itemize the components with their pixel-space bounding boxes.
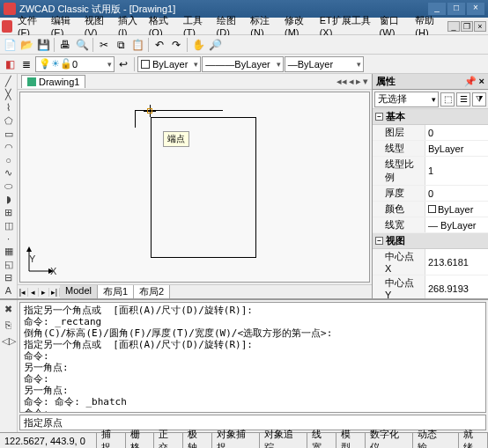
- status-toggle[interactable]: 正交: [154, 433, 183, 448]
- close-button[interactable]: ×: [467, 3, 484, 15]
- layer-toolbar: ◧ ≣ 💡☀🔓 0 ↩ ByLayer ——— ByLayer — ByLaye…: [0, 55, 488, 74]
- layout-tabs: |◂ ◂ ▸ ▸| Model布局1布局2: [18, 284, 372, 298]
- layout-next[interactable]: ▸: [39, 288, 49, 297]
- layer-combo[interactable]: 💡☀🔓 0: [35, 56, 115, 72]
- layout-prev[interactable]: ◂: [28, 288, 39, 297]
- tab-next-icon[interactable]: ▸: [356, 76, 361, 87]
- layout-tab[interactable]: 布局2: [134, 285, 170, 298]
- prop-row[interactable]: 厚度0: [373, 186, 488, 202]
- status-bar: 122.5627, 443.9, 0 捕捉栅格正交极轴对象捕捉对象追踪线宽模型数…: [0, 432, 488, 448]
- prop-group[interactable]: −视图: [373, 233, 488, 249]
- pickadd-icon[interactable]: ⧩: [472, 92, 486, 106]
- preview-icon[interactable]: 🔍: [74, 37, 90, 53]
- quick-select-icon[interactable]: ⬚: [440, 92, 455, 106]
- osnap-tooltip: 端点: [163, 131, 189, 147]
- svg-marker-2: [26, 246, 32, 252]
- mirror-tool[interactable]: ◁▷: [2, 334, 16, 348]
- layout-last[interactable]: ▸|: [49, 288, 60, 297]
- tab-prev-icon[interactable]: ◂: [349, 76, 354, 87]
- layer-manager-icon[interactable]: ◧: [2, 56, 18, 72]
- ellipse-arc-tool[interactable]: ◗: [2, 193, 16, 205]
- linetype-combo[interactable]: ——— ByLayer: [202, 56, 283, 72]
- prop-row[interactable]: 中心点 X213.6181: [373, 249, 488, 275]
- status-toggle[interactable]: 捕捉: [97, 433, 126, 448]
- select-objects-icon[interactable]: ☰: [456, 92, 470, 106]
- draw-toolbar: ╱ ╳ ⌇ ⬠ ▭ ◠ ○ ∿ ⬭ ◗ ⊞ ◫ · ▦ ◱ ⊟ A: [0, 74, 18, 298]
- drawing-tabs: Drawing1 ◂◂ ◂ ▸ ▾: [18, 74, 372, 90]
- status-toggle[interactable]: 对象追踪: [260, 433, 307, 448]
- status-toggle[interactable]: 线宽: [307, 433, 336, 448]
- open-icon[interactable]: 📂: [18, 37, 34, 53]
- prop-row[interactable]: 线宽— ByLayer: [373, 217, 488, 233]
- tab-first-icon[interactable]: ◂◂: [336, 76, 347, 87]
- paste-icon[interactable]: 📋: [129, 37, 145, 53]
- mdi-close[interactable]: ×: [474, 21, 486, 32]
- prop-group[interactable]: −基本: [373, 109, 488, 125]
- maximize-button[interactable]: □: [447, 3, 465, 15]
- layer-states-icon[interactable]: ≣: [18, 56, 34, 72]
- print-icon[interactable]: 🖶: [57, 37, 73, 53]
- prop-row[interactable]: 中心点 Y268.9193: [373, 275, 488, 298]
- xline-tool[interactable]: ╳: [2, 89, 16, 101]
- ellipse-tool[interactable]: ⬭: [2, 180, 16, 193]
- hatch-tool[interactable]: ▦: [2, 246, 16, 258]
- layer-name: 0: [72, 59, 78, 70]
- erase-tool[interactable]: ✖: [2, 302, 16, 316]
- copy-tool[interactable]: ⎘: [2, 318, 16, 332]
- mdi-minimize[interactable]: _: [447, 21, 460, 32]
- app-menu-icon[interactable]: [2, 20, 12, 33]
- status-toggle[interactable]: 就绪: [459, 433, 488, 448]
- region-tool[interactable]: ◱: [2, 259, 16, 271]
- status-toggle[interactable]: 模型: [336, 433, 366, 448]
- pan-icon[interactable]: ✋: [190, 37, 206, 53]
- status-toggle[interactable]: 动态输...: [413, 433, 460, 448]
- panel-close-icon[interactable]: ×: [479, 76, 484, 87]
- viewport[interactable]: 端点 YX: [19, 92, 370, 283]
- property-grid[interactable]: −基本图层0线型ByLayer线型比例1厚度0颜色ByLayer线宽— ByLa…: [373, 109, 488, 298]
- lineweight-combo[interactable]: — ByLayer: [285, 56, 364, 72]
- command-history[interactable]: 指定另一个角点或 [面积(A)/尺寸(D)/旋转(R)]: 命令: _recta…: [19, 302, 486, 413]
- cut-icon[interactable]: ✂: [96, 37, 112, 53]
- status-toggle[interactable]: 数字化仪: [366, 433, 413, 448]
- properties-title: 属性: [376, 75, 396, 88]
- circle-tool[interactable]: ○: [2, 154, 16, 166]
- insert-tool[interactable]: ⊞: [2, 206, 16, 218]
- arc-tool[interactable]: ◠: [2, 141, 16, 153]
- properties-panel: 属性 📌 × 无选择 ⬚ ☰ ⧩ −基本图层0线型ByLayer线型比例1厚度0…: [372, 74, 488, 298]
- zoom-icon[interactable]: 🔎: [207, 37, 223, 53]
- new-icon[interactable]: 📄: [2, 37, 18, 53]
- tab-menu-icon[interactable]: ▾: [363, 76, 368, 87]
- polygon-tool[interactable]: ⬠: [2, 114, 16, 127]
- layout-tab[interactable]: Model: [60, 285, 98, 298]
- layer-prev-icon[interactable]: ↩: [115, 56, 131, 72]
- spline-tool[interactable]: ∿: [2, 167, 16, 180]
- menu-bar: 文件(F)编辑(E)视图(V)插入(I)格式(O)工具(T)绘图(D)标注(N)…: [0, 18, 488, 35]
- prop-row[interactable]: 图层0: [373, 125, 488, 141]
- prop-row[interactable]: 颜色ByLayer: [373, 202, 488, 217]
- undo-icon[interactable]: ↶: [152, 37, 167, 53]
- status-toggle[interactable]: 对象捕捉: [212, 433, 260, 448]
- block-tool[interactable]: ◫: [2, 219, 16, 231]
- prop-row[interactable]: 线型ByLayer: [373, 141, 488, 157]
- save-icon[interactable]: 💾: [35, 37, 51, 53]
- redo-icon[interactable]: ↷: [168, 37, 184, 53]
- standard-toolbar: 📄 📂 💾 🖶 🔍 ✂ ⧉ 📋 ↶ ↷ ✋ 🔎: [0, 35, 488, 55]
- drawing-tab[interactable]: Drawing1: [21, 75, 85, 88]
- coordinates[interactable]: 122.5627, 443.9, 0: [0, 433, 97, 448]
- layout-tab[interactable]: 布局1: [98, 285, 134, 298]
- rectangle-tool[interactable]: ▭: [2, 128, 16, 140]
- mdi-restore[interactable]: ❐: [461, 21, 473, 32]
- panel-pin-icon[interactable]: 📌: [464, 76, 477, 87]
- status-toggle[interactable]: 栅格: [126, 433, 155, 448]
- text-tool[interactable]: A: [2, 284, 16, 297]
- prop-row[interactable]: 线型比例1: [373, 157, 488, 186]
- copy-icon[interactable]: ⧉: [113, 37, 129, 53]
- line-tool[interactable]: ╱: [2, 76, 16, 88]
- point-tool[interactable]: ·: [2, 232, 16, 245]
- layout-first[interactable]: |◂: [18, 288, 28, 297]
- pline-tool[interactable]: ⌇: [2, 102, 16, 114]
- status-toggle[interactable]: 极轴: [183, 433, 212, 448]
- color-combo[interactable]: ByLayer: [137, 56, 201, 72]
- table-tool[interactable]: ⊟: [2, 271, 16, 283]
- selection-combo[interactable]: 无选择: [374, 92, 439, 107]
